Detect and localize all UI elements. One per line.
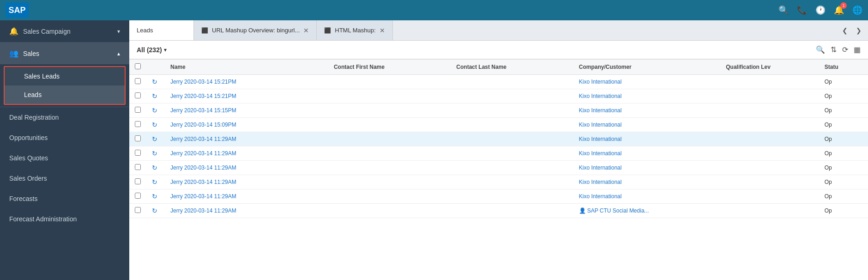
qualification-level <box>720 146 819 161</box>
contact-first-name <box>328 132 451 146</box>
sidebar-item-sales-leads[interactable]: Sales Leads <box>5 67 125 85</box>
clock-icon[interactable]: 🕐 <box>815 5 826 15</box>
filter-dropdown[interactable]: All (232) ▾ <box>137 46 167 54</box>
filter-icon[interactable]: ▦ <box>854 45 861 54</box>
status-text: Op <box>819 132 868 146</box>
company-link[interactable]: Kixo International <box>579 193 622 200</box>
person-icon: 👤 <box>579 207 586 214</box>
table-row: ↻Jerry 2020-03-14 11:29AMKixo Internatio… <box>129 146 868 161</box>
sidebar-item-sales-orders[interactable]: Sales Orders <box>0 168 129 189</box>
col-header-checkbox <box>129 60 146 75</box>
table-row: ↻Jerry 2020-03-14 11:29AMKixo Internatio… <box>129 132 868 146</box>
tab-url-mashup[interactable]: ⬛ URL Mashup Overview: bingurl... ✕ <box>194 20 317 40</box>
row-type-icon: ↻ <box>152 135 157 143</box>
lead-name-link[interactable]: Jerry 2020-03-14 11:29AM <box>170 150 236 157</box>
row-checkbox[interactable] <box>135 107 141 113</box>
contact-last-name <box>451 161 573 175</box>
tab-html-mashup-close[interactable]: ✕ <box>380 27 385 34</box>
row-checkbox[interactable] <box>135 164 141 170</box>
col-header-qualification[interactable]: Qualification Lev <box>720 60 819 75</box>
sidebar-item-deal-registration[interactable]: Deal Registration <box>0 107 129 128</box>
col-header-status[interactable]: Statu <box>819 60 868 75</box>
sort-icon[interactable]: ⇅ <box>831 45 837 54</box>
html-mashup-icon: ⬛ <box>324 27 331 34</box>
globe-icon[interactable]: 🌐 <box>852 5 862 15</box>
top-bar-icons: 🔍 📞 🕐 🔔 1 🌐 <box>778 5 862 15</box>
company-link[interactable]: Kixo International <box>579 122 622 128</box>
contact-first-name <box>328 103 451 118</box>
company-link[interactable]: Kixo International <box>579 107 622 114</box>
col-header-contact-last[interactable]: Contact Last Name <box>451 60 573 75</box>
search-icon[interactable]: 🔍 <box>778 5 789 15</box>
sidebar-sales-orders-label: Sales Orders <box>9 175 47 182</box>
tab-leads-label: Leads <box>137 27 153 34</box>
tab-leads[interactable]: Leads <box>129 20 194 40</box>
tab-url-mashup-close[interactable]: ✕ <box>303 27 309 34</box>
lead-name-link[interactable]: Jerry 2020-03-14 11:29AM <box>170 207 236 214</box>
row-checkbox[interactable] <box>135 150 141 156</box>
contact-first-name <box>328 118 451 132</box>
table-row: ↻Jerry 2020-03-14 11:29AM👤SAP CTU Social… <box>129 204 868 218</box>
company-link[interactable]: Kixo International <box>579 136 622 142</box>
row-checkbox[interactable] <box>135 121 141 127</box>
lead-name-link[interactable]: Jerry 2020-03-14 15:09PM <box>170 122 236 128</box>
qualification-level <box>720 132 819 146</box>
chevron-down-icon: ▾ <box>117 28 120 35</box>
tab-prev-arrow[interactable]: ❮ <box>839 25 850 36</box>
sidebar-deal-registration-label: Deal Registration <box>9 114 59 121</box>
lead-name-link[interactable]: Jerry 2020-03-14 11:29AM <box>170 193 236 200</box>
status-text: Op <box>819 204 868 218</box>
row-checkbox[interactable] <box>135 135 141 141</box>
filter-count-label: (232) <box>147 46 162 54</box>
sidebar-opportunities-label: Opportunities <box>9 134 48 141</box>
contact-last-name <box>451 132 573 146</box>
lead-name-link[interactable]: Jerry 2020-03-14 15:15PM <box>170 107 236 114</box>
table-row: ↻Jerry 2020-03-14 11:29AMKixo Internatio… <box>129 175 868 189</box>
row-checkbox[interactable] <box>135 178 141 184</box>
row-checkbox[interactable] <box>135 207 141 213</box>
row-checkbox[interactable] <box>135 92 141 98</box>
company-link[interactable]: Kixo International <box>579 93 622 99</box>
company-link[interactable]: Kixo International <box>579 79 622 85</box>
sidebar-item-sales-quotes[interactable]: Sales Quotes <box>0 148 129 168</box>
sidebar-forecasts-label: Forecasts <box>9 195 37 202</box>
status-text: Op <box>819 89 868 103</box>
tab-html-mashup[interactable]: ⬛ HTML Mashup: ✕ <box>317 20 392 40</box>
col-header-icon <box>146 60 165 75</box>
company-link[interactable]: SAP CTU Social Media... <box>587 207 649 214</box>
bell-icon[interactable]: 🔔 1 <box>834 5 844 15</box>
company-link[interactable]: Kixo International <box>579 179 622 185</box>
select-all-checkbox[interactable] <box>135 63 141 69</box>
company-link[interactable]: Kixo International <box>579 150 622 157</box>
table-row: ↻Jerry 2020-03-14 11:29AMKixo Internatio… <box>129 161 868 175</box>
sidebar-item-opportunities[interactable]: Opportunities <box>0 128 129 148</box>
table-area: All (232) ▾ 🔍 ⇅ ⟳ ▦ <box>129 41 868 280</box>
row-checkbox[interactable] <box>135 193 141 199</box>
col-header-name[interactable]: Name <box>165 60 328 75</box>
table-search-icon[interactable]: 🔍 <box>816 45 825 54</box>
lead-name-link[interactable]: Jerry 2020-03-14 15:21PM <box>170 79 236 85</box>
sidebar-item-forecasts[interactable]: Forecasts <box>0 189 129 209</box>
company-link[interactable]: Kixo International <box>579 164 622 171</box>
contact-last-name <box>451 103 573 118</box>
sidebar-item-leads[interactable]: Leads <box>5 85 125 104</box>
main-layout: 🔔 Sales Campaign ▾ 👥 Sales ▴ Sales Leads… <box>0 20 868 280</box>
lead-name-link[interactable]: Jerry 2020-03-14 11:29AM <box>170 136 236 142</box>
phone-icon[interactable]: 📞 <box>797 5 807 15</box>
lead-name-link[interactable]: Jerry 2020-03-14 11:29AM <box>170 164 236 171</box>
row-checkbox[interactable] <box>135 78 141 84</box>
tab-next-arrow[interactable]: ❯ <box>853 25 864 36</box>
contact-first-name <box>328 161 451 175</box>
sidebar-item-forecast-administration[interactable]: Forecast Administration <box>0 209 129 229</box>
col-header-company[interactable]: Company/Customer <box>573 60 721 75</box>
chevron-up-icon: ▴ <box>117 50 120 57</box>
sidebar-forecast-admin-label: Forecast Administration <box>9 215 77 223</box>
sidebar-item-sales[interactable]: 👥 Sales ▴ <box>0 43 129 64</box>
tab-url-mashup-label: URL Mashup Overview: bingurl... <box>212 27 300 34</box>
refresh-icon[interactable]: ⟳ <box>842 45 848 54</box>
leads-table: Name Contact First Name Contact Last Nam… <box>129 59 868 218</box>
lead-name-link[interactable]: Jerry 2020-03-14 11:29AM <box>170 179 236 185</box>
sidebar-item-sales-campaign[interactable]: 🔔 Sales Campaign ▾ <box>0 20 129 42</box>
col-header-contact-first[interactable]: Contact First Name <box>328 60 451 75</box>
lead-name-link[interactable]: Jerry 2020-03-14 15:21PM <box>170 93 236 99</box>
